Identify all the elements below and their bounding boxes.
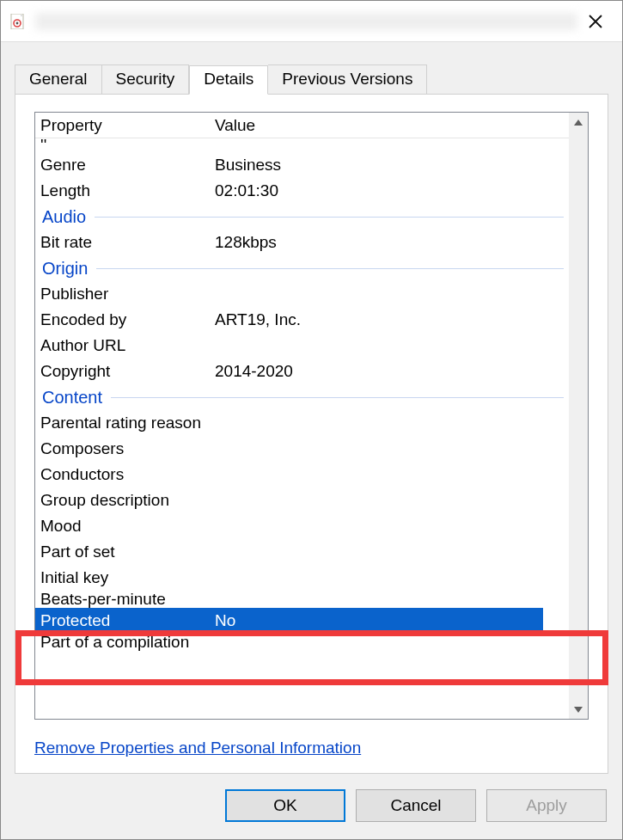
list-row[interactable]: Composers xyxy=(35,436,569,462)
list-row[interactable]: Initial key xyxy=(35,565,569,591)
svg-point-2 xyxy=(16,21,19,24)
column-header-property[interactable]: Property xyxy=(35,116,211,135)
remove-properties-row: Remove Properties and Personal Informati… xyxy=(34,720,589,768)
list-row-selected[interactable]: Protected No xyxy=(35,608,543,634)
list-row[interactable]: '' xyxy=(35,138,569,152)
close-button[interactable] xyxy=(577,3,614,40)
tab-panel-details: Property Value '' Genre Business Le xyxy=(15,94,608,774)
apply-button: Apply xyxy=(486,789,607,822)
list-row[interactable]: Genre Business xyxy=(35,152,569,178)
list-row[interactable]: Part of a compilation xyxy=(35,634,569,651)
list-row[interactable]: Encoded by ART19, Inc. xyxy=(35,307,569,333)
list-row[interactable]: Bit rate 128kbps xyxy=(35,230,569,255)
list-row[interactable]: Parental rating reason xyxy=(35,410,569,436)
remove-properties-link[interactable]: Remove Properties and Personal Informati… xyxy=(34,739,361,757)
properties-dialog: General Security Details Previous Versio… xyxy=(0,0,623,840)
list-row[interactable]: Length 02:01:30 xyxy=(35,178,569,204)
scroll-down-arrow-icon[interactable] xyxy=(569,700,588,719)
tab-security[interactable]: Security xyxy=(102,64,190,94)
window-title xyxy=(35,13,577,30)
cancel-button[interactable]: Cancel xyxy=(356,789,476,822)
tab-general[interactable]: General xyxy=(15,64,102,94)
list-row[interactable]: Mood xyxy=(35,513,569,539)
property-list-header: Property Value xyxy=(35,113,569,138)
file-type-icon xyxy=(9,13,27,30)
title-bar xyxy=(1,1,622,42)
close-icon xyxy=(587,13,604,30)
list-row[interactable]: Author URL xyxy=(35,333,569,359)
tab-details[interactable]: Details xyxy=(189,65,268,95)
property-list-body[interactable]: Property Value '' Genre Business Le xyxy=(35,113,569,719)
tab-previous-versions[interactable]: Previous Versions xyxy=(268,64,427,94)
list-row[interactable]: Copyright 2014-2020 xyxy=(35,359,569,384)
ok-button[interactable]: OK xyxy=(225,789,345,822)
list-row[interactable]: Beats-per-minute xyxy=(35,591,569,608)
dialog-button-bar: OK Cancel Apply xyxy=(1,774,622,839)
property-list: Property Value '' Genre Business Le xyxy=(34,112,589,720)
section-header-content: Content xyxy=(35,384,569,410)
list-row[interactable]: Publisher xyxy=(35,281,569,307)
section-header-origin: Origin xyxy=(35,255,569,281)
list-row[interactable]: Conductors xyxy=(35,462,569,487)
vertical-scrollbar[interactable] xyxy=(569,113,588,719)
scroll-up-arrow-icon[interactable] xyxy=(569,113,588,132)
list-row[interactable]: Part of set xyxy=(35,539,569,565)
column-header-value[interactable]: Value xyxy=(211,116,569,135)
section-header-audio: Audio xyxy=(35,204,569,230)
list-row[interactable]: Group description xyxy=(35,487,569,513)
tab-strip: General Security Details Previous Versio… xyxy=(1,42,622,94)
